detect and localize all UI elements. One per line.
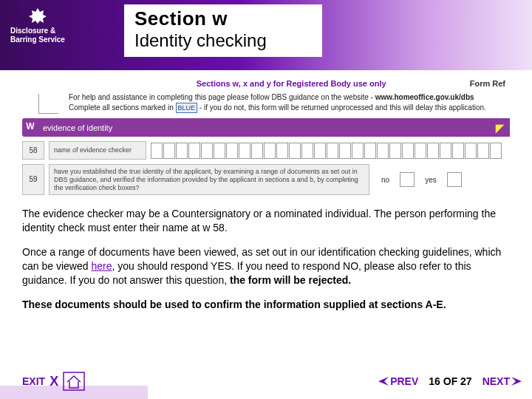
no-label: no xyxy=(381,176,389,184)
section-title: Section w xyxy=(134,7,312,30)
row-58-label: name of evidence checker xyxy=(49,141,146,160)
prev-arrow-icon xyxy=(378,377,389,386)
row-number-58: 58 xyxy=(22,141,44,160)
next-button[interactable]: NEXT xyxy=(482,375,522,387)
row-number-59: 59 xyxy=(22,164,44,195)
yes-label: yes xyxy=(425,176,437,184)
page-indicator: 16 OF 27 xyxy=(429,375,471,387)
crown-crest-icon xyxy=(28,7,47,24)
section-subtitle: Identity checking xyxy=(134,30,312,51)
yes-checkbox[interactable] xyxy=(447,172,462,187)
home-icon[interactable] xyxy=(63,372,85,391)
form-ref-label: Form Ref xyxy=(470,79,505,88)
header-banner: Disclosure & Barring Service Section w I… xyxy=(0,0,532,70)
corner-mark-icon xyxy=(38,94,58,114)
row-59: 59 have you established the true identit… xyxy=(22,164,510,195)
logo: Disclosure & Barring Service xyxy=(10,7,65,44)
paragraph-2: Once a range of documents have been view… xyxy=(22,245,510,287)
here-link[interactable]: here xyxy=(91,260,112,272)
row-59-label: have you established the true identity o… xyxy=(49,164,369,195)
body-text: The evidence checker may be a Countersig… xyxy=(22,207,510,311)
name-checker-boxes[interactable] xyxy=(146,141,510,160)
no-checkbox[interactable] xyxy=(400,172,415,187)
logo-line1: Disclosure & xyxy=(10,27,65,35)
pointer-icon: ◤ xyxy=(496,122,504,134)
exit-button[interactable]: EXIT X xyxy=(22,372,85,391)
footer-nav: EXIT X PREV 16 OF 27 NEXT xyxy=(0,368,532,395)
prev-button[interactable]: PREV xyxy=(378,375,418,387)
yes-no-group: no yes xyxy=(369,164,462,195)
form-scan-region: Sections w, x and y for Registered Body … xyxy=(22,76,510,195)
blue-highlight: BLUE xyxy=(176,103,198,113)
title-strip: Section w Identity checking xyxy=(124,4,322,57)
logo-line2: Barring Service xyxy=(10,35,65,44)
paragraph-1: The evidence checker may be a Countersig… xyxy=(22,207,510,235)
w-tab: W xyxy=(22,118,38,137)
next-arrow-icon xyxy=(511,377,522,386)
paragraph-3: These documents should be used to confir… xyxy=(22,298,510,312)
w-bar-label: evidence of identity xyxy=(43,123,112,132)
scan-section-label: Sections w, x and y for Registered Body … xyxy=(197,79,386,88)
row-58: 58 name of evidence checker xyxy=(22,141,510,160)
section-w-bar: W evidence of identity ◤ xyxy=(22,118,510,137)
instruction-text: For help and assistance in completing th… xyxy=(69,92,486,113)
